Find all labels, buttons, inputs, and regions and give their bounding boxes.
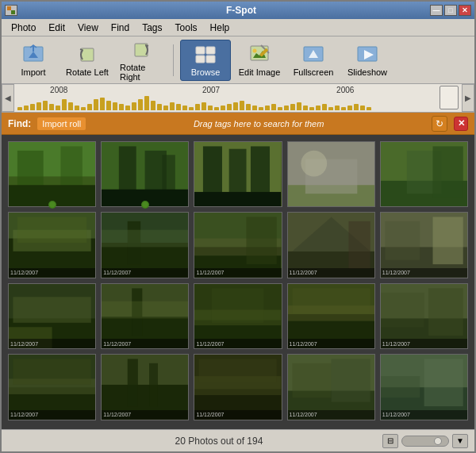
svg-rect-27 bbox=[163, 155, 175, 194]
bar bbox=[119, 104, 124, 110]
rotate-right-button[interactable]: Rotate Right bbox=[116, 40, 167, 81]
menu-edit[interactable]: Edit bbox=[42, 21, 71, 35]
photo-date-overlay: 11/12/2007 bbox=[9, 339, 95, 348]
edit-image-label: Edit Image bbox=[239, 67, 281, 77]
photo-date-overlay: 11/12/2007 bbox=[194, 410, 281, 420]
timeline-label-2007: 2007 bbox=[202, 86, 220, 94]
findbar-refresh-button[interactable]: ↻ bbox=[432, 116, 447, 132]
menu-photo[interactable]: Photo bbox=[5, 21, 42, 35]
svg-rect-64 bbox=[13, 297, 90, 323]
list-item[interactable] bbox=[380, 141, 468, 207]
list-item[interactable]: 11/12/2007 bbox=[380, 354, 468, 420]
fullscreen-button[interactable]: Fullscreen bbox=[288, 40, 339, 81]
list-item[interactable]: 11/12/2007 bbox=[101, 283, 189, 349]
bar bbox=[17, 107, 22, 110]
list-item[interactable]: 11/12/2007 bbox=[287, 283, 375, 349]
bar bbox=[87, 104, 92, 110]
photo-thumbnail[interactable]: 11/12/2007 bbox=[380, 354, 468, 420]
toolbar: Import Rotate Left Rotate bbox=[2, 36, 474, 84]
rotate-left-button[interactable]: Rotate Left bbox=[62, 40, 113, 81]
scroll-down-button[interactable]: ▼ bbox=[452, 434, 468, 448]
photo-thumbnail[interactable]: 11/12/2007 bbox=[287, 212, 375, 278]
photo-thumbnail[interactable]: 11/12/2007 bbox=[194, 283, 282, 349]
list-item[interactable]: 11/12/2007 bbox=[380, 212, 468, 278]
maximize-button[interactable]: □ bbox=[444, 5, 457, 16]
svg-rect-85 bbox=[13, 359, 90, 386]
photo-thumbnail[interactable]: 11/12/2007 bbox=[8, 283, 96, 349]
bar bbox=[271, 104, 276, 110]
photo-thumbnail[interactable]: 11/12/2007 bbox=[8, 354, 96, 420]
close-button[interactable]: ✕ bbox=[459, 5, 471, 16]
photo-thumbnail[interactable]: 11/12/2007 bbox=[194, 354, 282, 420]
list-item[interactable] bbox=[101, 141, 189, 207]
list-item[interactable] bbox=[287, 141, 375, 207]
photo-thumbnail[interactable]: 11/12/2007 bbox=[380, 212, 468, 278]
list-item[interactable]: 11/12/2007 bbox=[8, 283, 96, 349]
photo-thumbnail[interactable] bbox=[287, 141, 375, 207]
photo-thumbnail[interactable] bbox=[194, 141, 282, 207]
bar bbox=[335, 106, 340, 110]
photo-thumbnail[interactable]: 11/12/2007 bbox=[8, 212, 96, 278]
svg-rect-60 bbox=[432, 217, 463, 265]
photo-thumbnail[interactable]: 11/12/2007 bbox=[380, 283, 468, 349]
statusbar: 20 Photos out of 194 ⊟ ▼ bbox=[2, 429, 474, 451]
list-item[interactable]: 11/12/2007 bbox=[194, 283, 282, 349]
bar bbox=[113, 102, 117, 110]
browse-button[interactable]: Browse bbox=[180, 40, 231, 81]
slideshow-button[interactable]: Slideshow bbox=[342, 40, 393, 81]
photo-date-overlay: 11/12/2007 bbox=[9, 410, 95, 420]
list-item[interactable]: 11/12/2007 bbox=[380, 283, 468, 349]
photo-date-overlay: 11/12/2007 bbox=[102, 339, 188, 348]
svg-rect-30 bbox=[203, 146, 222, 198]
bar bbox=[347, 106, 352, 110]
svg-rect-8 bbox=[206, 47, 215, 54]
findbar-close-button[interactable]: ✕ bbox=[454, 117, 468, 131]
list-item[interactable]: 11/12/2007 bbox=[194, 212, 282, 278]
photo-thumbnail[interactable]: 11/12/2007 bbox=[287, 354, 375, 420]
photo-thumbnail[interactable] bbox=[8, 141, 96, 207]
list-item[interactable]: 11/12/2007 bbox=[101, 212, 189, 278]
findbar-hint: Drag tags here to search for them bbox=[92, 119, 425, 129]
photo-thumbnail[interactable] bbox=[380, 141, 468, 207]
findbar-tag[interactable]: Import roll bbox=[37, 117, 86, 130]
menu-tools[interactable]: Tools bbox=[169, 21, 204, 35]
edit-image-button[interactable]: Edit Image bbox=[234, 40, 285, 81]
import-button[interactable]: Import bbox=[8, 40, 59, 81]
svg-rect-41 bbox=[432, 146, 463, 198]
list-item[interactable]: 11/12/2007 bbox=[8, 354, 96, 420]
photo-date: 11/12/2007 bbox=[103, 341, 131, 347]
photo-date: 11/12/2007 bbox=[290, 341, 317, 347]
bar bbox=[62, 99, 67, 110]
photo-area[interactable]: 11/12/2007 11/12/2007 bbox=[2, 135, 474, 429]
photo-thumbnail[interactable]: 11/12/2007 bbox=[101, 212, 189, 278]
photo-thumbnail[interactable] bbox=[101, 141, 189, 207]
list-item[interactable]: 11/12/2007 bbox=[194, 354, 282, 420]
list-item[interactable]: 11/12/2007 bbox=[287, 354, 375, 420]
photo-thumbnail[interactable]: 11/12/2007 bbox=[101, 283, 189, 349]
list-item[interactable]: 11/12/2007 bbox=[8, 212, 96, 278]
app-icon bbox=[5, 5, 17, 16]
photo-thumbnail[interactable]: 11/12/2007 bbox=[194, 212, 282, 278]
list-item[interactable]: 11/12/2007 bbox=[287, 212, 375, 278]
photo-date-overlay: 11/12/2007 bbox=[381, 410, 467, 420]
scroll-icon: ▼ bbox=[456, 436, 464, 445]
timeline-right-arrow[interactable]: ▶ bbox=[462, 84, 474, 112]
menu-help[interactable]: Help bbox=[204, 21, 236, 35]
timeline-thumb[interactable] bbox=[440, 86, 459, 109]
svg-rect-57 bbox=[348, 221, 370, 269]
timeline-left-arrow[interactable]: ◀ bbox=[2, 84, 14, 112]
photo-thumbnail[interactable]: 11/12/2007 bbox=[287, 283, 375, 349]
timeline-content[interactable]: 2008 2007 2006 bbox=[14, 84, 462, 112]
zoom-out-button[interactable]: ⊟ bbox=[382, 434, 398, 448]
minimize-button[interactable]: — bbox=[430, 5, 443, 16]
list-item[interactable]: 11/12/2007 bbox=[101, 354, 189, 420]
menu-tags[interactable]: Tags bbox=[136, 21, 168, 35]
list-item[interactable] bbox=[194, 141, 282, 207]
photo-thumbnail[interactable]: 11/12/2007 bbox=[101, 354, 189, 420]
bar bbox=[132, 102, 136, 110]
menu-find[interactable]: Find bbox=[105, 21, 136, 35]
list-item[interactable] bbox=[8, 141, 96, 207]
zoom-slider[interactable] bbox=[401, 436, 449, 447]
menu-view[interactable]: View bbox=[71, 21, 105, 35]
browse-label: Browse bbox=[191, 67, 221, 77]
